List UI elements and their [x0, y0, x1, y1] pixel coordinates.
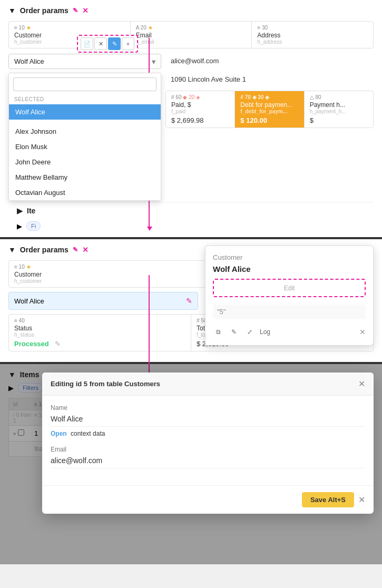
customer-toolbar: 📄 ✕ ✎ + [77, 35, 138, 53]
popup-edit-box: Edit [213, 279, 366, 297]
section1-edit-icon[interactable]: ✎ [73, 7, 78, 14]
section2-order-params: ▼ Order params ✎ ✕ ≡ 10 ★ Customer h_cus… [0, 239, 382, 364]
toolbar-x-btn[interactable]: ✕ [94, 37, 107, 50]
payment-fields-row: # 60 ◆ 20 ◈ Paid, $ f_paid $ 2,699.98 # … [165, 91, 374, 128]
filter-tag-fi[interactable]: Fi [26, 221, 41, 231]
toolbar-doc-btn[interactable]: 📄 [81, 37, 93, 50]
modal-cancel-btn[interactable]: ✕ [358, 495, 365, 505]
open-link[interactable]: Open [51, 430, 67, 437]
email-value: alice@wolf.com [165, 54, 374, 68]
s2-customer-value: Wolf Alice [14, 297, 44, 305]
modal-name-value: Wolf Alice [51, 415, 365, 427]
modal-save-btn[interactable]: Save Alt+S [302, 492, 354, 507]
collapse-items-icon[interactable]: ▶ [17, 207, 23, 215]
s2-customer-edit-icon[interactable]: ✎ [186, 297, 192, 305]
modal-header: Editing id 5 from table Customers ✕ [42, 373, 374, 396]
popup-actions: ⧉ ✎ ⤢ Log ✕ [213, 326, 366, 338]
filter-row1: ▶ Fi [8, 219, 374, 237]
section2-title: Order params [20, 246, 68, 254]
right-fields: alice@wolf.com 1090 Lincoln Ave Suite 1 … [165, 54, 374, 128]
items-label: Ite [27, 207, 35, 215]
s2-field-status: ≡ 40 Status h_status Processed ✎ [9, 315, 191, 351]
section2-edit-icon[interactable]: ✎ [73, 246, 78, 253]
field-debt: # 70 ◆ 30 ◈ Debt for paymen... f_debt_fo… [235, 91, 304, 128]
section3-items: ▼ Items ▶ Filters id ≡ 10 Item # 5 / 0 f… [0, 364, 382, 564]
customer-dropdown-popup: Selected Wolf Alice Alex Johnson Elon Mu… [8, 73, 161, 201]
customer-dropdown-wrapper: Wolf Alice ▼ Selected Wolf Alice Alex Jo… [8, 54, 161, 69]
modal-close-btn[interactable]: ✕ [358, 379, 365, 389]
dropdown-item-elon[interactable]: Elon Musk [9, 139, 161, 154]
popup-edit-btn[interactable]: ✎ [228, 326, 240, 338]
section1-order-params: ▼ Order params ✎ ✕ ≡ 10 ★ Customer h_cus… [0, 0, 382, 239]
modal-name-field: Name Wolf Alice Open context data [51, 404, 365, 437]
section1-fields-row1: ≡ 10 ★ Customer h_customer A 20 ★ Email … [8, 21, 374, 48]
modal-email-label: Email [51, 446, 365, 453]
section1-title: Order params [20, 6, 68, 15]
dropdown-item-matthew[interactable]: Matthew Bellamy [9, 170, 161, 185]
toolbar-add-btn[interactable]: + [122, 37, 134, 50]
debt-value: $ 120.00 [240, 116, 298, 124]
customer-dropdown[interactable]: Wolf Alice [8, 54, 161, 69]
modal-body: Name Wolf Alice Open context data Email … [42, 396, 374, 485]
s2-customer-dropdown-row: Wolf Alice ✎ [8, 292, 198, 310]
context-label: context data [71, 430, 105, 437]
edit-modal: Editing id 5 from table Customers ✕ Name… [42, 373, 374, 514]
paid-value: $ 2,699.98 [171, 116, 229, 124]
modal-name-label: Name [51, 404, 365, 411]
popup-edit-label: Edit [284, 285, 295, 292]
dropdown-item-alex[interactable]: Alex Johnson [9, 124, 161, 139]
popup-log-label[interactable]: Log [260, 328, 270, 336]
popup-close-btn[interactable]: ✕ [359, 328, 366, 336]
collapse-icon2[interactable]: ▼ [8, 246, 16, 254]
modal-email-field: Email alice@wolf.com [51, 446, 365, 468]
popup-name: Wolf Alice [213, 264, 366, 273]
customer-detail-popup: Customer Wolf Alice Edit "5" ⧉ ✎ ⤢ Log ✕ [205, 246, 374, 346]
modal-footer: Save Alt+S ✕ [42, 485, 374, 514]
popup-title: Customer [213, 253, 366, 261]
popup-value: "5" [213, 305, 366, 319]
field-payment: △ 80 Payment h... h_payment_h... $ [305, 91, 373, 128]
popup-expand-btn[interactable]: ⤢ [244, 326, 256, 338]
collapse-icon[interactable]: ▼ [8, 6, 16, 15]
section1-header: ▼ Order params ✎ ✕ [8, 6, 374, 15]
payment-value: $ [310, 116, 368, 124]
dropdown-search-input[interactable] [13, 77, 156, 91]
status-edit-icon[interactable]: ✎ [55, 340, 61, 348]
modal-title: Editing id 5 from table Customers [51, 380, 160, 388]
dropdown-item-octavian[interactable]: Octavian August [9, 185, 161, 200]
open-context-row: Open context data [51, 430, 365, 437]
dropdown-area: 📄 ✕ ✎ + Wolf Alice ▼ Selected Wolf Alice… [8, 54, 374, 128]
section2-close-icon[interactable]: ✕ [82, 246, 89, 254]
field-paid: # 60 ◆ 20 ◈ Paid, $ f_paid $ 2,699.98 [166, 91, 235, 128]
dropdown-item-john[interactable]: John Deere [9, 154, 161, 170]
popup-copy-btn[interactable]: ⧉ [213, 326, 224, 338]
section1-close-icon[interactable]: ✕ [82, 6, 89, 15]
items-section1: ▶ Ite [8, 202, 374, 219]
address-value: 1090 Lincoln Ave Suite 1 [165, 72, 374, 86]
filter-item: ▶ [17, 222, 22, 230]
field-address: ≡ 30 Address h_address [252, 22, 373, 48]
dropdown-item-wolf-alice[interactable]: Wolf Alice [9, 104, 161, 120]
modal-email-value: alice@wolf.com [51, 456, 365, 468]
toolbar-edit-btn[interactable]: ✎ [108, 37, 121, 50]
status-value: Processed [14, 340, 49, 348]
